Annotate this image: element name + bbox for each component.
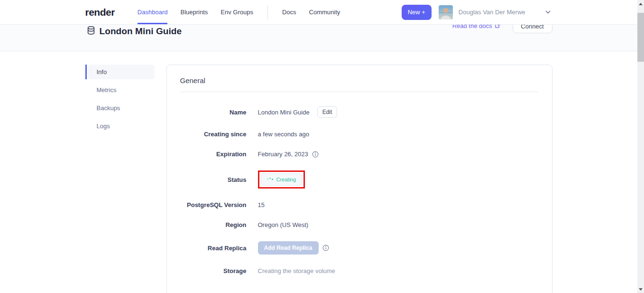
row-value: February 26, 2023 [258, 151, 308, 158]
nav-blueprints[interactable]: Blueprints [180, 0, 208, 24]
user-name: Douglas Van Der Merwe [459, 9, 525, 16]
row-expiration: Expiration February 26, 2023 [180, 151, 539, 158]
row-region: Region Oregon (US West) [180, 221, 539, 228]
row-read-replica: Read Replica Add Read Replica [180, 241, 539, 255]
row-value: Oregon (US West) [258, 221, 309, 228]
nav-docs[interactable]: Docs [282, 0, 296, 24]
row-value: a few seconds ago [258, 131, 309, 138]
add-read-replica-button[interactable]: Add Read Replica [258, 241, 319, 255]
row-value: Creating the storage volume [258, 267, 335, 274]
app-window: render Dashboard Blueprints Env Groups D… [0, 0, 644, 293]
sidebar-item-info[interactable]: Info [88, 65, 155, 79]
page-title: London Mini Guide [100, 26, 182, 37]
row-label: Status [180, 176, 247, 183]
page-title-bar: London Mini Guide Read the docs Connect [0, 25, 637, 51]
row-storage: Storage Creating the storage volume [180, 267, 539, 274]
scroll-up-icon[interactable] [639, 3, 643, 5]
row-label: Region [180, 221, 247, 228]
row-creating-since: Creating since a few seconds ago [180, 131, 539, 138]
scrollbar-thumb[interactable] [637, 13, 644, 62]
row-label: PostgreSQL Version [180, 201, 247, 208]
avatar-photo [439, 5, 453, 19]
card-heading: General [180, 76, 539, 85]
sidebar-item-logs[interactable]: Logs [88, 119, 155, 133]
render-logo[interactable]: render [85, 7, 115, 18]
database-icon [87, 26, 95, 37]
info-icon[interactable] [322, 245, 329, 251]
new-button[interactable]: New + [402, 5, 432, 20]
row-label: Storage [180, 267, 247, 274]
nav-dashboard[interactable]: Dashboard [138, 0, 168, 24]
scroll-down-icon[interactable] [639, 288, 643, 291]
card-divider [180, 92, 539, 92]
row-status: Status Creating [180, 170, 539, 189]
chevron-down-icon[interactable] [545, 10, 551, 14]
row-label: Creating since [180, 131, 247, 138]
edit-name-button[interactable]: Edit [317, 106, 338, 118]
general-card: General Name London Mini Guide Edit Crea… [166, 65, 552, 293]
row-value: 15 [258, 201, 265, 208]
row-label: Name [180, 109, 247, 116]
row-value: London Mini Guide [258, 109, 310, 116]
sidebar-item-metrics[interactable]: Metrics [88, 83, 155, 97]
nav-env-groups[interactable]: Env Groups [221, 0, 253, 24]
service-sidebar: Info Metrics Backups Logs [85, 65, 155, 137]
red-annotation-box: Creating [258, 170, 305, 189]
row-postgresql-version: PostgreSQL Version 15 [180, 201, 539, 208]
info-icon[interactable] [312, 151, 319, 158]
status-badge: Creating [261, 173, 302, 186]
top-navbar: render Dashboard Blueprints Env Groups D… [0, 0, 637, 25]
vertical-scrollbar[interactable] [637, 0, 644, 293]
nav-community[interactable]: Community [309, 0, 340, 24]
primary-nav: Dashboard Blueprints Env Groups Docs Com… [138, 0, 340, 24]
sidebar-item-backups[interactable]: Backups [88, 101, 155, 115]
loading-dots-icon [267, 179, 273, 180]
row-label: Read Replica [180, 245, 247, 252]
user-avatar[interactable] [439, 5, 453, 19]
row-name: Name London Mini Guide Edit [180, 106, 539, 118]
row-label: Expiration [180, 151, 247, 158]
status-label: Creating [276, 177, 296, 182]
nav-divider [267, 5, 268, 19]
